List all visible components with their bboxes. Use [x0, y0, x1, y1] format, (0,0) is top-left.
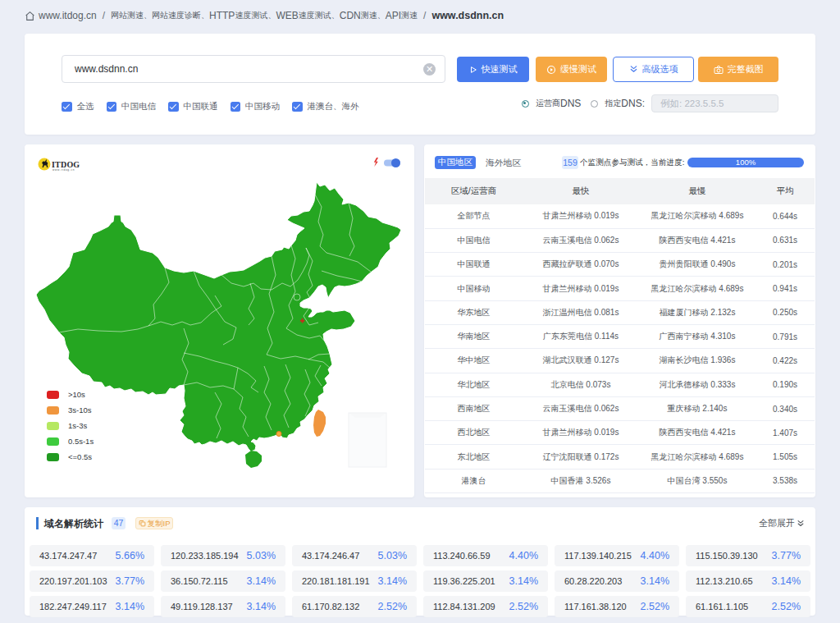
svg-text:www.itdog.cn: www.itdog.cn — [52, 168, 75, 172]
